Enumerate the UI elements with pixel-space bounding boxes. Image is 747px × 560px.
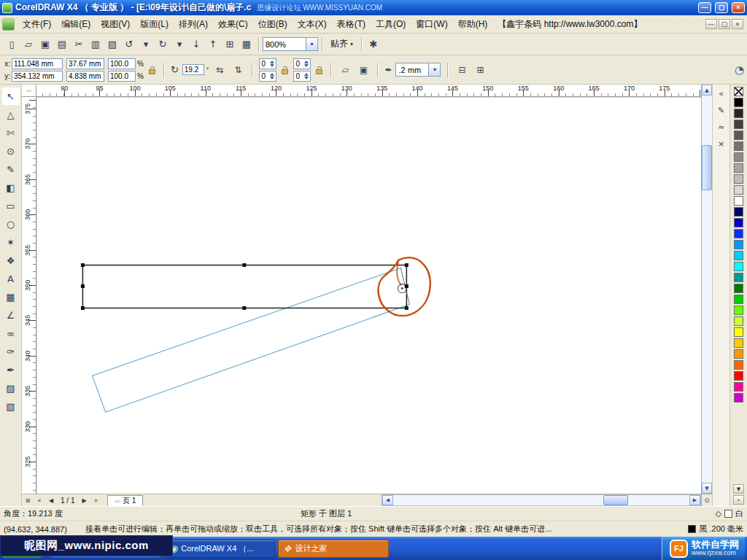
collapse-docker-button[interactable]: « <box>715 87 728 100</box>
task-coreldraw[interactable]: ◉ CorelDRAW X4 （... <box>164 540 275 558</box>
corner-radius-bl-input[interactable] <box>259 71 276 82</box>
mirror-horizontal-button[interactable]: ⇆ <box>212 63 227 77</box>
wrap-text-button[interactable]: ▣ <box>356 63 371 77</box>
outline-width-input[interactable] <box>396 63 428 76</box>
color-swatch[interactable] <box>734 141 743 151</box>
color-swatch[interactable] <box>734 174 743 184</box>
scroll-right-arrow[interactable]: ▶ <box>689 495 700 505</box>
corner-radius-br-input[interactable] <box>293 71 311 82</box>
y-position-input[interactable] <box>12 71 63 82</box>
color-swatch[interactable] <box>734 185 743 195</box>
rotation-preview-outline[interactable] <box>93 268 410 413</box>
color-swatch[interactable] <box>734 371 743 381</box>
color-swatch[interactable] <box>734 295 743 304</box>
selection-handle[interactable] <box>405 284 409 288</box>
crop-tool[interactable]: ✄ <box>2 124 20 141</box>
color-swatch[interactable] <box>734 120 743 129</box>
color-swatch[interactable] <box>734 284 743 293</box>
rectangle-tool[interactable]: ▭ <box>2 197 20 214</box>
corner-lock-right-icon[interactable] <box>316 69 322 74</box>
menu-item[interactable]: 版面(L) <box>135 16 174 33</box>
export-button[interactable]: ↑ <box>205 36 221 52</box>
color-swatch[interactable] <box>734 109 743 118</box>
vscroll-thumb[interactable] <box>702 145 712 190</box>
table-tool[interactable]: ▦ <box>2 288 20 306</box>
options-button[interactable]: ✱ <box>365 36 382 52</box>
no-color-swatch[interactable] <box>734 87 743 96</box>
object-height-input[interactable] <box>66 71 104 82</box>
doc-restore-button[interactable]: ▢ <box>719 19 730 29</box>
minimize-button[interactable]: — <box>698 2 711 13</box>
corner-radius-tr-input[interactable] <box>293 58 311 69</box>
scroll-down-arrow[interactable]: ▼ <box>702 483 712 494</box>
zoom-tool[interactable]: ⊙ <box>2 142 20 160</box>
palette-scroll-down-button[interactable]: ▼ <box>733 484 744 494</box>
eyedropper-tool[interactable]: ✑ <box>2 343 20 360</box>
text-tool[interactable]: A <box>2 270 20 287</box>
to-front-button[interactable]: ⊞ <box>473 63 487 77</box>
scroll-up-arrow[interactable]: ▲ <box>702 85 712 96</box>
print-button[interactable]: ▤ <box>54 36 70 52</box>
rotation-center-dot[interactable] <box>401 287 403 289</box>
color-swatch[interactable] <box>734 316 743 326</box>
menu-item[interactable]: 效果(C) <box>213 16 253 33</box>
close-docker-button[interactable]: × <box>715 137 728 150</box>
copy-button[interactable]: ▥ <box>88 36 104 52</box>
import-button[interactable]: ↓ <box>188 36 204 52</box>
color-swatch[interactable] <box>734 349 743 359</box>
ruler-origin-corner[interactable]: ▭ <box>22 85 36 97</box>
color-swatch[interactable] <box>734 196 743 206</box>
color-swatch[interactable] <box>734 98 743 107</box>
zoom-level-input[interactable] <box>263 38 306 50</box>
previous-page-button[interactable]: ◀ <box>45 495 57 506</box>
menu-item[interactable]: 窗口(W) <box>411 16 452 33</box>
scale-vertical-input[interactable] <box>108 71 136 82</box>
snap-to-dropdown[interactable]: 贴齐 <box>326 38 357 50</box>
menu-item[interactable]: 表格(T) <box>332 16 371 33</box>
convert-to-curve-button[interactable]: ▱ <box>338 63 352 77</box>
selected-rectangle[interactable] <box>82 265 406 308</box>
drawing-canvas[interactable] <box>36 97 701 494</box>
color-swatch[interactable] <box>734 229 743 238</box>
to-back-button[interactable]: ⊟ <box>454 63 469 77</box>
selection-handle[interactable] <box>81 284 85 288</box>
selection-handle[interactable] <box>242 263 246 267</box>
color-swatch[interactable] <box>734 251 743 260</box>
selection-handle[interactable] <box>405 306 409 310</box>
color-swatch[interactable] <box>734 218 743 228</box>
chevron-down-icon[interactable] <box>306 38 317 50</box>
menu-item[interactable]: 视图(V) <box>96 16 135 33</box>
selection-handle[interactable] <box>81 263 85 267</box>
hscroll-thumb[interactable] <box>603 495 628 505</box>
menu-item[interactable]: 位图(B) <box>253 16 293 33</box>
selection-handle[interactable] <box>242 306 246 310</box>
polygon-tool[interactable]: ✶ <box>2 233 20 251</box>
curve-docker-icon[interactable]: ✎ <box>715 104 728 117</box>
interactive-fill-tool[interactable]: ▧ <box>2 397 20 415</box>
vscroll-track[interactable] <box>702 96 712 483</box>
last-page-button[interactable]: » <box>90 495 101 506</box>
canvas-svg[interactable] <box>36 97 701 494</box>
scroll-left-arrow[interactable]: ◀ <box>382 495 393 505</box>
doc-minimize-button[interactable]: — <box>705 19 717 29</box>
menu-item[interactable]: 【鑫宇条码 http://www.lw3000.com】 <box>492 16 647 33</box>
rotation-angle-input[interactable] <box>182 64 204 75</box>
vertical-scrollbar[interactable]: ▲ ▼ ⊙ <box>701 85 712 506</box>
page-tab[interactable]: ▭ 页 1 <box>107 495 143 506</box>
application-launcher-button[interactable]: ⊞ <box>222 36 238 52</box>
close-button[interactable]: × <box>732 2 745 13</box>
undo-button[interactable]: ↺ <box>121 36 137 52</box>
add-page-button[interactable]: ⊞ <box>22 495 34 506</box>
chevron-down-icon[interactable] <box>428 63 440 76</box>
color-swatch[interactable] <box>734 338 743 348</box>
color-swatch[interactable] <box>734 131 743 140</box>
redo-dropdown-button[interactable]: ▾ <box>171 36 187 52</box>
color-swatch[interactable] <box>734 207 743 217</box>
color-swatch[interactable] <box>734 240 743 249</box>
mirror-vertical-button[interactable]: ⇅ <box>231 63 245 77</box>
color-swatch[interactable] <box>734 360 743 370</box>
new-document-button[interactable]: ▯ <box>4 36 20 52</box>
corner-radius-tl-input[interactable] <box>259 58 276 69</box>
dimension-tool[interactable]: ∠ <box>2 306 20 324</box>
color-swatch[interactable] <box>734 273 743 282</box>
